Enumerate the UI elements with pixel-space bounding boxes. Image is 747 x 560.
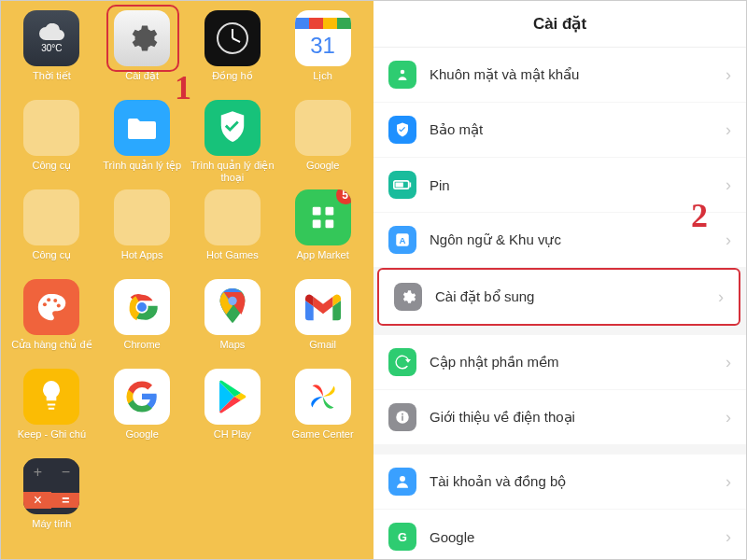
app-calculator[interactable]: + − × = Máy tính	[8, 458, 95, 542]
settings-item-label: Bảo mật	[430, 121, 726, 138]
app-label: Gmail	[309, 339, 336, 363]
app-label: Máy tính	[32, 518, 71, 542]
shield-icon	[388, 116, 416, 144]
folder-tools-2[interactable]: Công cụ	[8, 189, 95, 273]
app-label: Google	[125, 428, 158, 453]
google-g-icon	[125, 380, 159, 413]
gear-icon	[125, 21, 159, 55]
chevron-right-icon: ›	[726, 65, 731, 85]
weather-temp: 30°C	[41, 43, 62, 53]
app-calendar[interactable]: 31 Lịch	[279, 10, 366, 94]
settings-item-label: Ngôn ngữ & Khu vực	[430, 231, 726, 248]
svg-text:G: G	[398, 530, 407, 544]
lightbulb-icon	[39, 381, 63, 413]
app-label: Công cụ	[32, 249, 71, 273]
svg-point-9	[54, 299, 58, 302]
chrome-icon	[123, 288, 161, 326]
settings-item-label: Google	[430, 529, 726, 545]
app-keep[interactable]: Keep - Ghi chú	[8, 369, 95, 453]
app-maps[interactable]: Maps	[190, 279, 276, 363]
app-label: Đồng hồ	[212, 70, 252, 94]
chevron-right-icon: ›	[726, 175, 731, 195]
app-label: Hot Apps	[121, 249, 163, 273]
svg-rect-4	[325, 207, 333, 216]
app-gmail[interactable]: Gmail	[279, 279, 366, 363]
app-game-center[interactable]: Game Center	[279, 369, 366, 453]
app-label: App Market	[297, 249, 349, 273]
chevron-right-icon: ›	[726, 408, 731, 427]
update-icon	[388, 348, 416, 376]
svg-point-8	[48, 298, 51, 301]
settings-item-user[interactable]: Tài khoản và đồng bộ›	[374, 455, 746, 510]
settings-item-label: Cập nhật phần mềm	[430, 354, 726, 371]
settings-item-gear[interactable]: Cài đặt bổ sung›	[377, 268, 740, 326]
folder-google[interactable]: Google	[279, 100, 366, 184]
folder-hot-apps[interactable]: Hot Apps	[99, 189, 186, 273]
svg-rect-17	[410, 183, 412, 188]
app-market[interactable]: 5 App Market	[279, 189, 366, 273]
svg-point-24	[400, 476, 405, 482]
app-phone-manager[interactable]: Trình quản lý điện thoại	[190, 100, 276, 184]
app-play-store[interactable]: CH Play	[190, 369, 276, 453]
chevron-right-icon: ›	[726, 353, 731, 372]
app-label: Cửa hàng chủ đề	[11, 339, 92, 363]
clock-icon	[214, 20, 251, 57]
settings-item-label: Cài đặt bổ sung	[435, 288, 718, 305]
g-icon: G	[388, 523, 416, 551]
app-label: Keep - Ghi chú	[18, 428, 86, 453]
app-label: Maps	[219, 339, 245, 363]
settings-item-g[interactable]: GGoogle›	[374, 510, 746, 560]
folder-hot-games[interactable]: Hot Games	[190, 189, 276, 273]
step-1-label: 1	[175, 68, 191, 107]
app-weather[interactable]: 30°C Thời tiết	[8, 10, 95, 94]
chevron-right-icon: ›	[726, 472, 731, 492]
app-label: CH Play	[214, 428, 251, 453]
gmail-icon	[305, 293, 341, 321]
settings-item-update[interactable]: Cập nhật phần mềm›	[374, 335, 746, 390]
play-icon	[217, 380, 248, 413]
app-file-manager[interactable]: Trình quản lý tệp	[99, 100, 186, 184]
app-label: Cài đặt	[125, 70, 159, 94]
folder-icon	[204, 189, 261, 245]
settings-item-label: Pin	[430, 177, 726, 193]
app-chrome[interactable]: Chrome	[99, 279, 186, 363]
settings-item-shield[interactable]: Bảo mật›	[374, 103, 746, 158]
app-clock[interactable]: Đồng hồ	[190, 10, 276, 94]
app-label: Thời tiết	[33, 70, 71, 94]
palette-icon	[35, 291, 67, 323]
lang-icon: A	[388, 226, 416, 254]
settings-item-label: Tài khoản và đồng bộ	[430, 473, 726, 490]
app-settings[interactable]: Cài đặt	[99, 10, 186, 94]
maps-pin-icon	[216, 288, 249, 326]
home-screen: 30°C Thời tiết Cài đặt Đồng hồ 31 Lịch	[1, 1, 374, 560]
user-icon	[388, 468, 416, 496]
chevron-right-icon: ›	[726, 231, 731, 250]
chevron-right-icon: ›	[726, 120, 731, 140]
face-icon	[388, 61, 416, 89]
svg-point-7	[43, 302, 47, 306]
settings-item-info[interactable]: Giới thiệu về điện thoại›	[374, 390, 746, 445]
svg-rect-3	[312, 207, 320, 216]
battery-icon	[388, 171, 416, 199]
folder-tools-1[interactable]: Công cụ	[8, 100, 95, 184]
svg-point-23	[402, 413, 403, 415]
settings-screen: Cài đặt Khuôn mặt và mật khẩu›Bảo mật›Pi…	[374, 1, 746, 560]
svg-rect-18	[396, 183, 403, 188]
app-google-search[interactable]: Google	[99, 369, 186, 453]
cloud-icon	[37, 23, 65, 42]
app-theme-store[interactable]: Cửa hàng chủ đề	[8, 279, 95, 363]
folder-file-icon	[126, 115, 158, 141]
step-2-label: 2	[691, 196, 708, 235]
settings-title: Cài đặt	[374, 1, 746, 48]
settings-item-face[interactable]: Khuôn mặt và mật khẩu›	[374, 48, 746, 103]
settings-list[interactable]: Khuôn mặt và mật khẩu›Bảo mật›Pin›ANgôn …	[374, 48, 746, 560]
gear-icon	[394, 283, 422, 311]
section-gap	[374, 326, 746, 335]
chevron-right-icon: ›	[726, 527, 731, 547]
app-label: Trình quản lý tệp	[103, 160, 181, 184]
grid-icon	[309, 203, 337, 231]
info-icon	[388, 403, 416, 431]
svg-point-14	[228, 297, 236, 305]
app-label: Google	[306, 160, 339, 184]
folder-icon	[114, 189, 170, 245]
